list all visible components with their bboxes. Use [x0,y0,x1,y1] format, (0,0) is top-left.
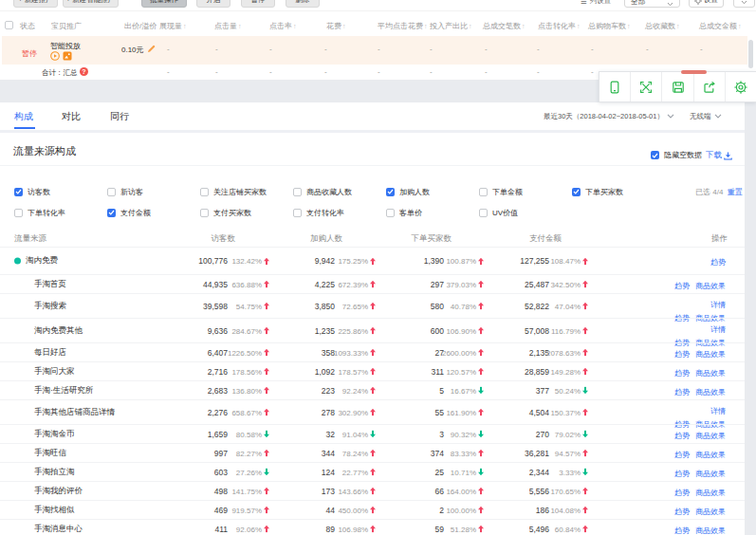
column-header[interactable]: 展现量↑ [159,21,187,31]
operation-link[interactable]: 商品效果 [695,451,726,459]
operation-link[interactable]: 趋势 [674,526,690,535]
tab-compare[interactable]: 对比 [62,110,81,123]
campaign-row[interactable]: 暂停 智能投放 0.10元 ----------- [2,36,747,65]
metric-filter[interactable]: 支付金额 [107,208,151,217]
terminal-select[interactable]: 无线端 [690,112,722,121]
metric-filter[interactable]: UV价值 [479,208,518,217]
metric-filter[interactable]: 新访客 [107,187,143,196]
save-button[interactable] [662,72,693,101]
toolbar-button[interactable]: 删除 [286,0,320,8]
toolbar-button[interactable]: 开启 [196,0,230,8]
operation-link[interactable]: 趋势 [674,432,690,440]
operation-link[interactable]: 趋势 [674,350,690,359]
operation-link[interactable]: 详情 [710,325,726,334]
table-row[interactable]: 手淘消息中心41192.06%89106.98%5951.28%5,49660.… [0,519,745,535]
horizontal-scrollbar-thumb[interactable] [681,70,707,74]
table-row[interactable]: 手淘旺信99782.27%34478.24%37483.33%36,28194.… [0,443,745,462]
date-range-picker[interactable]: 最近30天（2018-04-02~2018-05-01） [544,112,674,121]
column-header[interactable]: 总购物车数↑ [588,21,631,31]
operation-link[interactable]: 商品效果 [695,388,726,397]
operation-link[interactable]: 商品效果 [695,470,726,478]
column-header[interactable]: 总收藏数↑ [645,21,680,31]
more-dropdown[interactable] [733,0,755,8]
column-header[interactable]: 点击量↑ [214,21,242,31]
operation-link[interactable]: 趋势 [674,470,690,478]
hide-empty-checkbox[interactable]: 隐藏空数据 [651,150,702,160]
metric-filter[interactable]: 支付转化率 [293,208,344,217]
settings-button[interactable]: 设置 [689,0,724,8]
column-header[interactable]: 总成交笔数↑ [483,21,526,31]
metric-filter[interactable]: 下单买家数 [572,187,623,196]
operation-link[interactable]: 详情 [710,301,726,309]
toolbar-button[interactable]: 批量操作 [141,0,187,8]
vertical-scrollbar-thumb[interactable] [748,40,753,68]
metric-change: 672.39% [338,280,376,288]
table-row[interactable]: 手淘·生活研究所2,683136.80%22392.24%516.67%3775… [0,380,745,399]
operation-link[interactable]: 趋势 [674,451,690,459]
column-header[interactable]: 花费↑ [326,21,346,31]
help-icon[interactable]: ? [80,67,88,76]
toolbar-button[interactable]: + 新建智能推广 [63,0,119,8]
metric-filter[interactable]: 下单转化率 [14,208,65,217]
table-row[interactable]: 淘内免费100,776132.42%9,942175.25%1,390100.8… [0,247,745,274]
table-row[interactable]: 手淘我的评价498141.75%173143.66%66164.00%5,556… [0,481,745,500]
metric-filter[interactable]: 商品收藏人数 [293,187,352,196]
toolbar-button[interactable]: + 新建推广 [13,0,58,8]
filter-label: UV价值 [492,208,518,218]
table-row[interactable]: 手淘首页44,935636.88%4,225672.39%297379.03%2… [0,274,745,293]
toolbar-button[interactable]: 暂停 [241,0,275,8]
operation-link[interactable]: 趋势 [674,507,690,516]
share-button[interactable] [694,72,726,101]
table-row[interactable]: 手淘搜索39,59854.75%3,85072.65%58040.78%52,8… [0,293,745,318]
metric-filter[interactable]: 关注店铺买家数 [200,187,267,196]
metric-filter[interactable]: 支付买家数 [200,208,251,217]
campaign-name[interactable]: 智能投放 [50,41,81,51]
table-row[interactable]: 手淘其他店铺商品详情2,276658.67%278302.90%55161.90… [0,399,745,424]
tab-composition[interactable]: 构成 [14,110,33,123]
column-header[interactable]: 点击转化率↑ [538,21,581,31]
tab-peers[interactable]: 同行 [110,110,129,123]
operation-link[interactable]: 商品效果 [695,282,726,290]
table-row[interactable]: 手淘找相似469919.57%44450.00%2100.00%186104.0… [0,500,745,519]
operation-link[interactable]: 趋势 [674,369,690,378]
column-header[interactable]: 投入产出比↑ [430,21,472,31]
select-all-checkbox[interactable] [5,21,13,29]
metric-value: 411 [214,525,228,534]
edit-pencil-icon[interactable] [147,45,156,53]
filter-select[interactable]: 全部 [624,0,680,8]
metric-filter[interactable]: 访客数 [14,187,50,196]
column-header[interactable]: 平均点击花费↑ [378,21,428,31]
column-header[interactable]: 总成交金额↑ [699,21,742,31]
metric-value: 4,225 [315,280,335,289]
play-icon[interactable] [50,51,60,61]
table-row[interactable]: 手淘拍立淘60327.26%12422.77%2510.71%2,3443.33… [0,462,745,481]
metric-change: 2078.63% [546,348,588,357]
fullscreen-button[interactable] [631,72,662,101]
operation-link[interactable]: 商品效果 [695,507,726,516]
operation-link[interactable]: 商品效果 [695,526,726,535]
operation-link[interactable]: 详情 [710,407,726,415]
mobile-preview-button[interactable] [599,72,631,101]
empty-value: - [215,67,218,76]
operation-link[interactable]: 趋势 [674,489,690,497]
operation-link[interactable]: 商品效果 [695,432,726,440]
operation-link[interactable]: 商品效果 [695,369,726,378]
operation-link[interactable]: 趋势 [674,282,690,290]
table-row[interactable]: 手淘问大家2,716178.56%1,092178.57%311120.57%2… [0,361,745,380]
operation-link[interactable]: 商品效果 [695,350,726,359]
operation-link[interactable]: 趋势 [674,388,690,397]
column-settings-button[interactable]: ☰列设置 [577,0,615,8]
settings-overlay-button[interactable] [726,72,756,101]
table-row[interactable]: 每日好店6,4071226.50%3581093.33%272600.00%2,… [0,342,745,361]
table-row[interactable]: 手淘淘金币1,65980.58%3291.04%390.32%27079.02%… [0,424,745,443]
table-row[interactable]: 淘内免费其他9,636284.67%1,235225.86%600106.90%… [0,318,745,342]
operation-link[interactable]: 趋势 [710,258,726,267]
metric-filter[interactable]: 客单价 [386,208,422,217]
metric-filter[interactable]: 下单金额 [479,187,523,196]
operation-link[interactable]: 商品效果 [695,489,726,497]
image-badge-icon[interactable] [63,51,72,61]
reset-link[interactable]: 重置 [728,187,743,197]
column-header[interactable]: 点击率↑ [269,21,297,31]
download-link[interactable]: 下载 [706,150,732,161]
metric-filter[interactable]: 加购人数 [386,187,430,196]
